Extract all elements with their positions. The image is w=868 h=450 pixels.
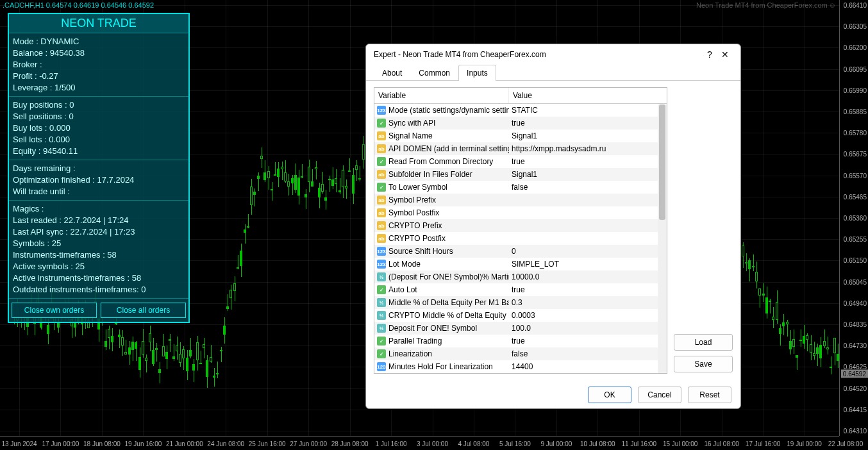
x-tick: 19 Jul 00:00	[787, 440, 822, 447]
header-variable[interactable]: Variable	[374, 88, 509, 103]
y-tick: 0.65465	[844, 193, 867, 200]
y-tick: 0.66200	[844, 44, 867, 51]
y-tick: 0.64310	[844, 428, 867, 435]
reset-button[interactable]: Reset	[688, 387, 731, 403]
param-row[interactable]: abSubfolder In Files FolderSignal1	[374, 168, 667, 181]
param-type-icon: 123	[377, 260, 386, 269]
param-value-cell[interactable]: 100.0	[509, 324, 667, 333]
tab-common[interactable]: Common	[410, 65, 458, 81]
x-tick: 28 Jun 08:00	[331, 440, 369, 447]
param-row[interactable]: abSymbol Postfix	[374, 206, 667, 219]
param-value-cell[interactable]: false	[509, 349, 667, 358]
dialog-tabs: About Common Inputs	[366, 65, 740, 81]
neon-buttons: Close own orders Close all orders	[9, 299, 188, 322]
param-row[interactable]: ½CRYPTO Middle % of Delta Equity Per ...…	[374, 309, 667, 322]
y-tick: 0.64940	[844, 299, 867, 306]
param-row[interactable]: ½(Deposit For ONE! Symbol)% Martin Do...…	[374, 271, 667, 283]
param-value-cell[interactable]: true	[509, 337, 667, 346]
header-value[interactable]: Value	[509, 88, 667, 103]
param-row[interactable]: 123Mode (static settings/dynamic setting…	[374, 104, 667, 117]
param-type-icon: 123	[377, 362, 386, 371]
close-all-orders-button[interactable]: Close all orders	[101, 303, 186, 318]
tab-about[interactable]: About	[374, 65, 410, 81]
param-row[interactable]: abAPI DOMEN (add in terminal settings!)h…	[374, 142, 667, 155]
y-tick: 0.65675	[844, 151, 867, 158]
param-value-cell[interactable]: 14400	[509, 362, 667, 371]
last-api-row: Last API sync : 22.7.2024 | 17:23	[13, 226, 185, 238]
param-type-icon: 123	[377, 106, 386, 115]
param-value-cell[interactable]: STATIC	[509, 106, 667, 115]
param-row[interactable]: ½Deposit For ONE! Symbol100.0	[374, 322, 667, 335]
y-axis: 0.664100.663050.662000.660950.659900.658…	[839, 0, 868, 436]
grid-scroll-thumb[interactable]	[659, 104, 665, 220]
param-name-cell: abSignal Name	[374, 131, 509, 140]
param-row[interactable]: ✓Sync with APItrue	[374, 117, 667, 129]
x-tick: 17 Jul 16:00	[746, 440, 781, 447]
param-value-cell[interactable]: 0	[509, 247, 667, 256]
save-button[interactable]: Save	[674, 356, 733, 372]
y-tick: 0.66410	[844, 2, 867, 9]
param-value-cell[interactable]: https://xmpp.madsysadm.ru	[509, 144, 667, 153]
param-type-icon: ab	[377, 221, 386, 230]
x-tick: 1 Jul 16:00	[376, 440, 407, 447]
dialog-titlebar[interactable]: Expert - Neon Trade MT4 from CheaperFore…	[366, 44, 740, 65]
param-row[interactable]: abSignal NameSignal1	[374, 129, 667, 142]
param-row[interactable]: abCRYPTO Postfix	[374, 232, 667, 245]
param-type-icon: ✓	[377, 285, 386, 294]
inputs-grid: Variable Value 123Mode (static settings/…	[374, 87, 667, 374]
param-row[interactable]: ✓Read From Common Directorytrue	[374, 155, 667, 168]
y-tick: 0.65780	[844, 129, 867, 137]
param-type-icon: ✓	[377, 349, 386, 358]
param-name: Middle % of Delta Equity Per M1 Bar (F..…	[388, 298, 509, 307]
balance-row: Balance : 94540.38	[13, 47, 185, 59]
grid-header: Variable Value	[374, 88, 667, 104]
param-row[interactable]: ✓Parallel Tradingtrue	[374, 335, 667, 347]
instrument-label: .CADCHF,H1 0.64574 0.64619 0.64546 0.645…	[3, 1, 154, 9]
param-value-cell[interactable]: false	[509, 183, 667, 192]
inst-tf-row: Instruments-timeframes : 58	[13, 249, 185, 261]
param-row[interactable]: 123Lot ModeSIMPLE_LOT	[374, 258, 667, 271]
price-marker: 0.64592	[841, 369, 868, 378]
param-value-cell[interactable]: SIMPLE_LOT	[509, 260, 667, 269]
param-name-cell: ✓Linearization	[374, 349, 509, 358]
param-value-cell[interactable]: 0.0003	[509, 311, 667, 320]
param-name: Lot Mode	[388, 260, 421, 269]
param-value-cell[interactable]: 0.3	[509, 298, 667, 307]
x-tick: 27 Jun 00:00	[290, 440, 327, 447]
help-icon[interactable]: ?	[702, 49, 717, 60]
cancel-button[interactable]: Cancel	[638, 387, 681, 403]
load-button[interactable]: Load	[674, 334, 733, 351]
grid-scrollbar[interactable]	[658, 104, 667, 373]
param-row[interactable]: 123Source Shift Hours0	[374, 245, 667, 258]
y-tick: 0.65045	[844, 278, 867, 285]
param-row[interactable]: abCRYPTO Prefix	[374, 219, 667, 232]
param-value-cell[interactable]: true	[509, 119, 667, 128]
param-name: CRYPTO Prefix	[388, 221, 442, 230]
will-trade-row: Will trade until :	[13, 186, 185, 197]
param-row[interactable]: ✓Auto Lottrue	[374, 283, 667, 296]
param-value-cell[interactable]: 10000.0	[509, 272, 667, 281]
equity-row: Equity : 94540.11	[13, 146, 185, 157]
param-row[interactable]: ✓Linearizationfalse	[374, 347, 667, 360]
param-name-cell: ✓Read From Common Directory	[374, 157, 509, 166]
tab-inputs[interactable]: Inputs	[458, 65, 496, 81]
close-icon[interactable]: ✕	[717, 49, 733, 60]
optimization-row: Optimization finished : 17.7.2024	[13, 174, 185, 186]
y-tick: 0.64835	[844, 321, 867, 328]
y-tick: 0.64520	[844, 385, 867, 392]
param-name-cell: abCRYPTO Prefix	[374, 221, 509, 230]
close-own-orders-button[interactable]: Close own orders	[12, 303, 97, 318]
ok-button[interactable]: OK	[588, 387, 631, 403]
param-name: Deposit For ONE! Symbol	[388, 324, 477, 333]
param-value-cell[interactable]: true	[509, 157, 667, 166]
param-row[interactable]: abSymbol Prefix	[374, 194, 667, 206]
param-name-cell: ✓To Lower Symbol	[374, 183, 509, 192]
param-row[interactable]: 123Minutes Hold For Linearization14400	[374, 360, 667, 373]
param-type-icon: ½	[377, 311, 386, 320]
param-type-icon: ½	[377, 272, 386, 281]
param-value-cell[interactable]: true	[509, 285, 667, 294]
param-value-cell[interactable]: Signal1	[509, 131, 667, 140]
param-row[interactable]: ✓To Lower Symbolfalse	[374, 181, 667, 194]
param-value-cell[interactable]: Signal1	[509, 170, 667, 179]
param-row[interactable]: ½Middle % of Delta Equity Per M1 Bar (F.…	[374, 296, 667, 309]
